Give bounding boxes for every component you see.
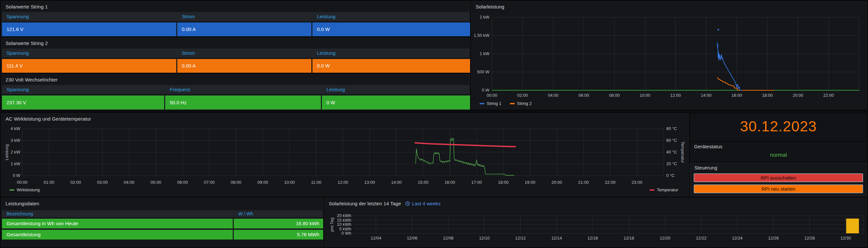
table-row: 111.4 V 0.00 A 0.0 W <box>2 59 469 73</box>
x-tick-label: 08:00 <box>225 180 246 185</box>
x-tick-label: 04:00 <box>543 93 564 98</box>
col-header-w-wh: W / Wh <box>234 210 328 217</box>
table-header-row: Spannung Strom Leistung <box>2 12 469 21</box>
table-row: Gesamtleistung 5.78 MWh <box>2 230 322 240</box>
y-tick-label: 1 kW <box>471 51 489 56</box>
x-tick-label: 10:00 <box>279 180 300 185</box>
solar-dashboard: Solarwerte String 1 Spannung Strom Leist… <box>0 0 868 248</box>
panel-string2: Solarwerte String 2 Spannung Strom Leist… <box>1 38 470 73</box>
chart-legend: Wirkleistung <box>9 187 40 192</box>
x-tick-label: 14:00 <box>695 93 716 98</box>
table-header-row: Bezeichnung W / Wh <box>2 210 322 217</box>
x-tick-label: 14:00 <box>386 180 407 185</box>
legend-item-wirkleistung[interactable]: Wirkleistung <box>9 187 40 192</box>
col-header-leistung: Leistung <box>312 12 470 21</box>
col-header-spannung: Spannung <box>2 48 176 58</box>
data-point-marker <box>717 29 719 30</box>
current-date: 30.12.2023 <box>690 118 867 135</box>
chart-legend: Temperatur <box>650 187 678 192</box>
col-header-leistung: Leistung <box>322 85 470 94</box>
status-value: normal <box>690 152 867 158</box>
x-tick-label: 19:00 <box>520 180 540 185</box>
col-header-frequenz: Frequenz <box>165 85 321 94</box>
panel-leistungsdaten: Leistungsdaten Bezeichnung W / Wh Gesamt… <box>1 198 323 247</box>
x-tick-label: 20:00 <box>788 93 809 98</box>
x-tick-label: 12/28 <box>799 236 820 241</box>
y-tick-label: 1.50 kW <box>471 33 489 38</box>
x-tick-label: 18:00 <box>493 180 514 185</box>
panel-title-string1[interactable]: Solarwerte String 1 <box>5 4 48 9</box>
panel-inverter: 230 Volt Wechselrichter Spannung Frequen… <box>1 74 470 110</box>
y-tick-left: 0 W <box>3 173 20 178</box>
cell-wert: 5.78 MWh <box>234 230 323 240</box>
x-tick-label: 17:00 <box>466 180 487 185</box>
y-tick-label: 0 W <box>471 88 489 93</box>
cell-spannung: 121.6 V <box>2 23 176 36</box>
chart-legend: String 1String 2 <box>479 101 532 106</box>
panel-title-leistungsdaten[interactable]: Leistungsdaten <box>5 201 39 206</box>
x-tick-label: 12/30 <box>835 236 856 241</box>
y-tick-left: 4 kW <box>3 126 20 131</box>
rpi-restart-button[interactable]: RPI neu starten <box>694 184 863 193</box>
table-row: 237.30 V 50.0 Hz 0 W <box>2 96 469 109</box>
x-tick-label: 12/14 <box>546 236 567 241</box>
x-tick-label: 21:00 <box>573 180 594 185</box>
panel-geraetestatus: Gerätestatus normal <box>690 142 867 162</box>
x-tick-label: 09:00 <box>252 180 273 185</box>
x-tick-label: 00:00 <box>12 180 33 185</box>
legend-item-temperatur[interactable]: Temperatur <box>650 187 678 192</box>
panel-title-string2[interactable]: Solarwerte String 2 <box>5 40 48 46</box>
x-tick-label: 12/22 <box>691 236 712 241</box>
panel-title-geraetestatus[interactable]: Gerätestatus <box>694 144 722 149</box>
series-string-1 <box>717 42 742 90</box>
legend-swatch <box>510 103 515 104</box>
bar-12/30 <box>846 219 859 233</box>
x-tick-label: 12/20 <box>654 236 675 241</box>
cell-frequenz: 50.0 Hz <box>165 96 321 109</box>
x-tick-label: 12/26 <box>763 236 784 241</box>
col-header-bezeichnung: Bezeichnung <box>2 210 237 217</box>
rpi-shutdown-button[interactable]: RPI ausschalten <box>694 173 863 182</box>
cell-spannung: 237.30 V <box>2 96 164 109</box>
x-tick-label: 20:00 <box>547 180 567 185</box>
panel-steuerung: Steuerung RPI ausschalten RPI neu starte… <box>690 163 867 196</box>
x-tick-label: 04:00 <box>119 180 140 185</box>
panel-title-steuerung[interactable]: Steuerung <box>694 165 717 171</box>
x-tick-label: 02:00 <box>512 93 533 98</box>
axis-label: Leistung <box>4 133 9 172</box>
cell-strom: 0.00 A <box>177 59 311 73</box>
x-tick-label: 00:00 <box>482 93 502 98</box>
x-tick-label: 01:00 <box>38 180 59 185</box>
x-tick-label: 15:00 <box>413 180 434 185</box>
panel-ac-chart: AC Wirkleistung und Gerätetemperatur 4 k… <box>1 113 689 196</box>
x-tick-label: 12/12 <box>510 236 531 241</box>
x-tick-label: 13:00 <box>359 180 380 185</box>
legend-swatch <box>650 189 654 191</box>
table-header-row: Spannung Frequenz Leistung <box>2 85 469 94</box>
cell-leistung: 0.0 W <box>312 23 470 36</box>
legend-swatch <box>479 103 485 104</box>
x-tick-label: 22:00 <box>600 180 621 185</box>
x-tick-label: 16:00 <box>439 180 460 185</box>
legend-item-string-2[interactable]: String 2 <box>510 101 532 106</box>
x-tick-label: 12/04 <box>366 236 386 241</box>
cell-wert: 16.80 kWh <box>234 219 323 228</box>
y-tick-right: 60 °C <box>666 138 682 143</box>
x-tick-label: 12/08 <box>438 236 459 241</box>
panel-string1: Solarwerte String 1 Spannung Strom Leist… <box>1 1 470 36</box>
x-tick-label: 12/16 <box>582 236 603 241</box>
panel-title-inverter[interactable]: 230 Volt Wechselrichter <box>5 77 58 82</box>
legend-swatch <box>9 189 14 191</box>
panel-date: 30.12.2023 <box>690 113 867 141</box>
table-row: Gesamtleistung in Wh von Heute 16.80 kWh <box>2 219 322 228</box>
panel-daily-chart: Solarleistung der letzten 14 Tage Last 4… <box>324 198 867 247</box>
x-tick-label: 12:00 <box>333 180 353 185</box>
x-tick-label: 05:00 <box>145 180 166 185</box>
col-header-spannung: Spannung <box>2 12 176 21</box>
x-tick-label: 12/18 <box>619 236 640 241</box>
legend-item-string-1[interactable]: String 1 <box>479 101 501 106</box>
series-string-2 <box>717 77 774 90</box>
legend-label: Temperatur <box>657 187 678 192</box>
x-tick-label: 11:00 <box>306 180 327 185</box>
table-header-row: Spannung Strom Leistung <box>2 48 469 58</box>
